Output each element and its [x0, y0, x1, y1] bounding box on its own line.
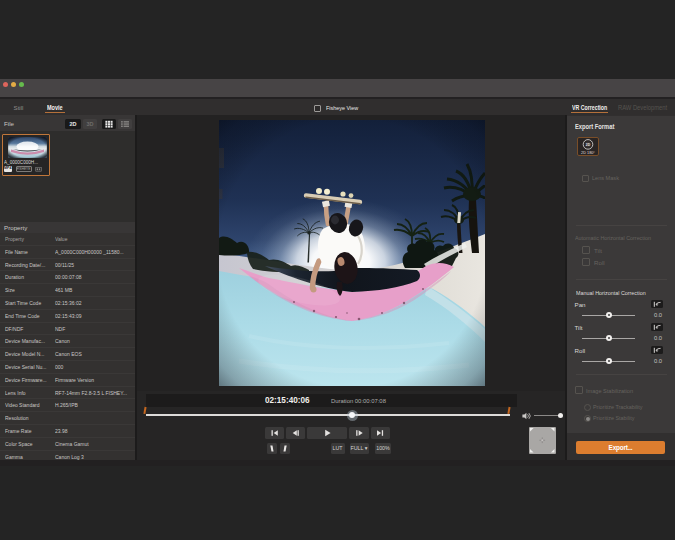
svg-text:2D 180°: 2D 180° [581, 151, 595, 155]
svg-text:2D: 2D [586, 143, 591, 147]
